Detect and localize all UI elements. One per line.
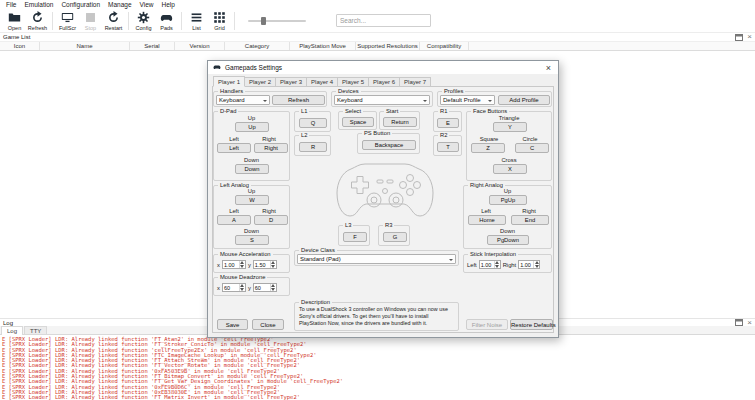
tab-player-1[interactable]: Player 1 <box>213 76 245 87</box>
circle-button[interactable]: C <box>515 143 549 153</box>
spinner-arrows-icon[interactable] <box>494 261 500 268</box>
tab-log[interactable]: Log <box>1 326 23 335</box>
right-analog-up-button[interactable]: PgUp <box>489 195 527 205</box>
stick-interp-right-stepper[interactable]: 1.00 <box>518 260 540 269</box>
menu-configuration[interactable]: Configuration <box>57 0 104 9</box>
stick-interp-right-value: 1.00 <box>519 261 533 268</box>
left-analog-down-button[interactable]: S <box>235 235 269 245</box>
save-button[interactable]: Save <box>217 319 248 330</box>
handler-select[interactable]: Keyboard <box>216 95 270 105</box>
device-class-select[interactable]: Standard (Pad) <box>297 254 456 264</box>
fullscreen-button[interactable]: FullScr <box>56 9 79 32</box>
dock-float-icon[interactable] <box>735 319 743 326</box>
column-header-name[interactable]: Name <box>40 42 130 50</box>
toolbar-separator <box>234 12 235 30</box>
config-button[interactable]: Config <box>132 9 155 32</box>
column-header-supported-resolutions[interactable]: Supported Resolutions <box>356 42 420 50</box>
left-analog-up-button[interactable]: W <box>235 195 269 205</box>
column-header-version[interactable]: Version <box>175 42 225 50</box>
log-output[interactable]: E [SPRX Loader] LDR: Already linked func… <box>0 336 755 400</box>
icon-size-slider[interactable] <box>248 15 306 27</box>
grid-view-label: Grid <box>214 25 224 31</box>
slider-thumb[interactable] <box>261 17 266 25</box>
tab-player-2[interactable]: Player 2 <box>245 77 276 87</box>
tab-player-3[interactable]: Player 3 <box>276 77 307 87</box>
l1-button[interactable]: Q <box>299 118 327 128</box>
tab-player-4[interactable]: Player 4 <box>307 77 338 87</box>
pads-button[interactable]: Pads <box>155 9 178 32</box>
dpad-group: D-Pad Up Up Left Right Left Right Down D… <box>213 111 290 181</box>
right-analog-down-button[interactable]: PgDown <box>487 235 529 245</box>
mouse-deadzone-y-stepper[interactable]: 60 <box>253 283 277 292</box>
column-header-category[interactable]: Category <box>225 42 290 50</box>
r2-group: R2 T <box>433 135 462 156</box>
grid-view-button[interactable]: Grid <box>208 9 231 32</box>
dock-close-icon[interactable]: × <box>747 34 752 40</box>
tab-tty[interactable]: TTY <box>24 326 47 334</box>
spinner-arrows-icon[interactable] <box>270 284 276 291</box>
tab-player-5[interactable]: Player 5 <box>338 77 369 87</box>
close-button[interactable]: Close <box>252 319 284 330</box>
start-button[interactable]: Return <box>383 117 417 127</box>
stick-interp-left-stepper[interactable]: 1.00 <box>479 260 501 269</box>
menu-help[interactable]: Help <box>158 0 179 9</box>
left-analog-right-button[interactable]: D <box>254 215 288 225</box>
cross-button[interactable]: X <box>493 164 527 174</box>
tab-player-7[interactable]: Player 7 <box>400 77 431 87</box>
right-analog-group: Right Analog Up PgUp Left Right Home End… <box>463 185 552 249</box>
ps-button-group: PS Button Backspace <box>357 133 420 154</box>
triangle-button[interactable]: Y <box>493 122 527 132</box>
open-button[interactable]: Open <box>3 9 26 32</box>
mouse-accel-y-stepper[interactable]: 1.50 <box>253 260 277 269</box>
right-analog-up-label: Up <box>464 188 551 194</box>
menu-view[interactable]: View <box>136 0 158 9</box>
refresh-button[interactable]: Refresh <box>26 9 49 32</box>
square-button[interactable]: Z <box>471 143 505 153</box>
l3-button[interactable]: F <box>343 232 367 242</box>
l1-group: L1 Q <box>294 111 331 132</box>
restore-defaults-button[interactable]: Restore Defaults <box>510 319 553 330</box>
device-select[interactable]: Keyboard <box>334 95 430 105</box>
mouse-deadzone-x-stepper[interactable]: 60 <box>222 283 246 292</box>
profile-select[interactable]: Default Profile <box>440 95 495 105</box>
refresh-devices-button[interactable]: Refresh <box>272 95 325 105</box>
dpad-left-button[interactable]: Left <box>217 143 251 153</box>
r3-button[interactable]: G <box>383 232 407 242</box>
r2-button[interactable]: T <box>437 142 459 152</box>
select-button[interactable]: Space <box>342 117 374 127</box>
l3-group: L3 F <box>338 225 370 246</box>
dpad-right-button[interactable]: Right <box>254 143 288 153</box>
game-list-dock-header: Game List × <box>0 33 755 41</box>
tab-player-6[interactable]: Player 6 <box>369 77 400 87</box>
left-analog-left-button[interactable]: A <box>217 215 251 225</box>
stop-button[interactable]: Stop <box>79 9 102 32</box>
ps-button[interactable]: Backspace <box>362 140 416 150</box>
column-header-icon[interactable]: Icon <box>0 42 40 50</box>
spinner-arrows-icon[interactable] <box>239 261 245 268</box>
right-analog-left-button[interactable]: Home <box>468 215 506 225</box>
menu-file[interactable]: File <box>2 0 20 9</box>
stick-interp-left-value: 1.00 <box>480 261 494 268</box>
menu-manage[interactable]: Manage <box>104 0 136 9</box>
add-profile-button[interactable]: Add Profile <box>498 95 550 105</box>
l2-button[interactable]: R <box>299 142 327 152</box>
column-header-compatibility[interactable]: Compatibility <box>420 42 469 50</box>
restart-button[interactable]: Restart <box>102 9 125 32</box>
search-input[interactable] <box>336 14 431 27</box>
mouse-accel-x-stepper[interactable]: 1.00 <box>222 260 246 269</box>
spinner-arrows-icon[interactable] <box>239 284 245 291</box>
r1-button[interactable]: E <box>437 118 459 128</box>
right-analog-right-button[interactable]: End <box>511 215 549 225</box>
dpad-down-button[interactable]: Down <box>235 164 269 174</box>
column-header-serial[interactable]: Serial <box>130 42 175 50</box>
spinner-arrows-icon[interactable] <box>533 261 539 268</box>
config-label: Config <box>136 25 152 31</box>
list-view-button[interactable]: List <box>185 9 208 32</box>
dock-close-icon[interactable]: × <box>747 320 752 326</box>
spinner-arrows-icon[interactable] <box>270 261 276 268</box>
column-header-playstation-move[interactable]: PlayStation Move <box>290 42 356 50</box>
dock-float-icon[interactable] <box>735 34 743 41</box>
dpad-up-button[interactable]: Up <box>235 122 269 132</box>
menu-emulation[interactable]: Emulation <box>20 0 57 9</box>
filter-noise-button[interactable]: Filter Noise <box>466 319 508 330</box>
